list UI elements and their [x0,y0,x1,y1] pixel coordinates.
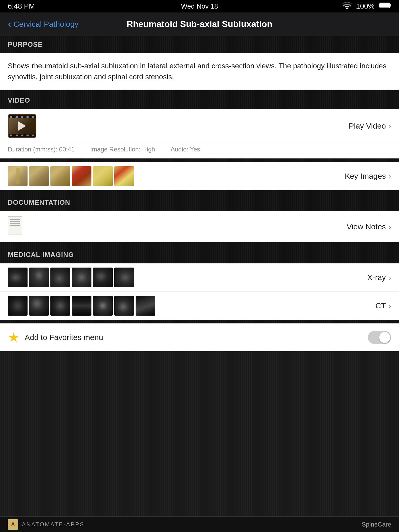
purpose-text: Shows rheumatoid sub-axial subluxation i… [8,62,387,81]
xray-image-2 [29,268,49,287]
documentation-header: DOCUMENTATION [0,194,399,211]
favorites-label: Add to Favorites menu [25,333,103,342]
wifi-icon [342,2,352,11]
svg-rect-1 [390,4,391,6]
xray-row[interactable]: X-ray › [0,263,399,292]
ct-image-2 [29,296,49,316]
key-image-1 [8,166,28,186]
key-image-4 [72,166,91,186]
battery-icon [379,2,391,10]
documentation-row[interactable]: View Notes › [0,211,399,242]
chevron-right-icon: › [388,121,391,131]
ct-row[interactable]: CT › [0,292,399,320]
divider-4 [0,242,399,246]
favorites-toggle[interactable] [368,331,391,344]
ct-image-6 [114,296,134,316]
empty-area [0,351,399,532]
view-notes-button[interactable]: View Notes › [347,222,391,232]
back-button[interactable]: ‹ Cervical Pathology [8,18,86,30]
purpose-header: PURPOSE [0,36,399,53]
ct-image-4 [72,296,91,316]
xray-image-6 [114,268,134,287]
video-duration: Duration (mm:ss): 00:41 [8,146,75,153]
ct-image-1 [8,296,28,316]
ct-button[interactable]: CT › [375,301,391,311]
divider-2 [0,158,399,162]
video-meta: Duration (mm:ss): 00:41 Image Resolution… [0,143,399,158]
video-row[interactable]: Play Video › [0,109,399,143]
star-icon: ★ [8,330,19,345]
page-title: Rheumatoid Sub-axial Subluxation [86,19,313,29]
video-thumbnail[interactable] [8,114,36,138]
ct-image-5 [93,296,113,316]
key-images-label: Key Images [345,172,386,181]
svg-rect-2 [379,3,389,8]
key-images-strip [8,166,134,186]
ct-image-7 [136,296,155,316]
divider-1 [0,90,399,92]
xray-image-1 [8,268,28,287]
favorites-row[interactable]: ★ Add to Favorites menu [0,323,399,351]
video-audio: Audio: Yes [171,146,200,153]
xray-strip [8,268,134,287]
footer-app-name: iSpineCare [360,521,391,528]
footer-brand-area: A ANATOMATE-APPS [8,519,84,530]
xray-label: X-ray [367,273,386,282]
status-time: 6:48 PM [8,2,35,10]
xray-image-5 [93,268,113,287]
chevron-notes-icon: › [388,222,391,232]
key-images-button[interactable]: Key Images › [345,171,391,181]
view-notes-label: View Notes [347,222,386,231]
chevron-ct-icon: › [388,301,391,311]
back-label: Cervical Pathology [14,20,78,29]
play-video-label: Play Video [349,122,386,130]
xray-image-3 [50,268,70,287]
back-chevron-icon: ‹ [8,18,11,30]
play-icon [18,121,26,131]
medical-imaging-header: MEDICAL IMAGING [0,246,399,263]
key-image-2 [29,166,49,186]
ct-label: CT [375,301,386,310]
footer-logo: A [8,519,18,530]
video-header: VIDEO [0,92,399,109]
nav-bar: ‹ Cervical Pathology Rheumatoid Sub-axia… [0,12,399,36]
document-icon [8,216,26,237]
divider-5 [0,320,399,323]
footer-logo-text: A [11,522,15,527]
video-resolution: Image Resolution: High [90,146,155,153]
xray-image-4 [72,268,91,287]
chevron-xray-icon: › [388,273,391,282]
chevron-key-images-icon: › [388,171,391,181]
ct-image-3 [50,296,70,316]
footer-brand-name: ANATOMATE-APPS [22,521,84,528]
purpose-content: Shows rheumatoid sub-axial subluxation i… [0,53,399,90]
status-bar: 6:48 PM Wed Nov 18 100% [0,0,399,12]
divider-3 [0,190,399,194]
footer: A ANATOMATE-APPS iSpineCare [0,516,399,532]
xray-button[interactable]: X-ray › [367,273,391,282]
status-date: Wed Nov 18 [181,2,218,10]
key-images-row[interactable]: Key Images › [0,162,399,190]
key-image-5 [93,166,113,186]
ct-strip [8,296,155,316]
battery-label: 100% [356,2,375,10]
play-video-button[interactable]: Play Video › [349,121,391,131]
key-image-6 [114,166,134,186]
key-image-3 [50,166,70,186]
status-indicators: 100% [342,2,391,11]
